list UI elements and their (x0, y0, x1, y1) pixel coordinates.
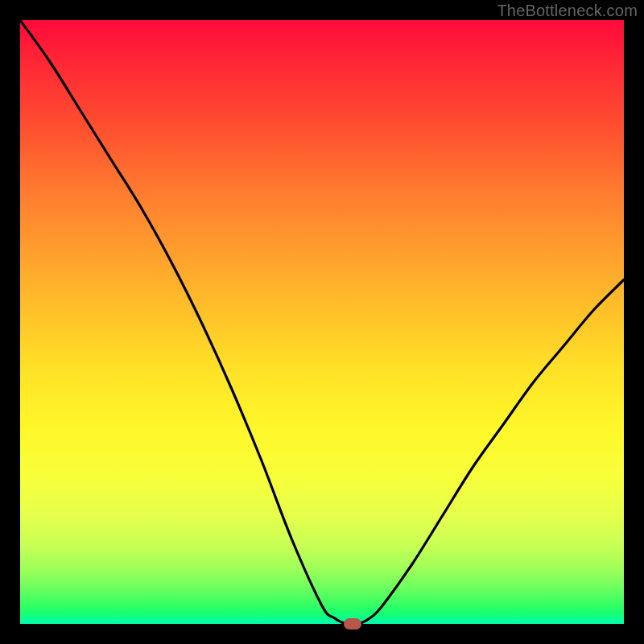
plot-area (20, 20, 624, 624)
bottleneck-curve (20, 20, 624, 624)
optimum-marker (344, 618, 361, 630)
watermark-text: TheBottleneck.com (497, 2, 638, 20)
chart-frame: TheBottleneck.com (0, 0, 644, 644)
